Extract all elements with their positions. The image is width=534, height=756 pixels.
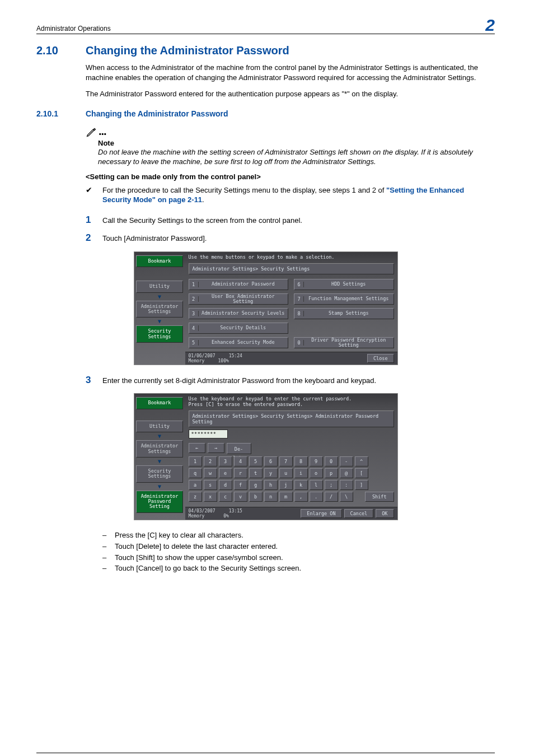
enlarge-button[interactable]: Enlarge ON bbox=[301, 509, 341, 518]
keyboard-key[interactable]: g bbox=[249, 480, 263, 490]
menu-item[interactable]: 3Administrator Security Levels bbox=[189, 308, 289, 319]
menu-item[interactable]: 8Stamp Settings bbox=[294, 308, 394, 319]
nav-arrow-icon: ▼ bbox=[158, 320, 161, 323]
dash-bullet: – bbox=[102, 542, 115, 552]
breadcrumb: Administrator Settings> Security Setting… bbox=[189, 410, 394, 427]
setting-heading: <Setting can be made only from the contr… bbox=[86, 172, 495, 181]
ok-button[interactable]: OK bbox=[376, 509, 394, 518]
note-dots-icon: ... bbox=[99, 125, 106, 138]
pen-icon bbox=[86, 127, 97, 138]
password-input[interactable]: ******** bbox=[189, 430, 228, 438]
nav-arrow-icon: ▼ bbox=[158, 460, 161, 463]
checkmark-icon: ✔ bbox=[86, 185, 102, 205]
keyboard-key[interactable]: 2 bbox=[204, 456, 217, 466]
admin-settings-tab[interactable]: Administrator Settings bbox=[136, 440, 183, 458]
keyboard-key[interactable]: 7 bbox=[279, 456, 293, 466]
keyboard-key[interactable]: [ bbox=[355, 468, 368, 478]
utility-tab[interactable]: Utility bbox=[136, 421, 183, 432]
keyboard-key[interactable]: p bbox=[325, 468, 338, 478]
status-time: 15:24 bbox=[229, 353, 242, 358]
breadcrumb: Administrator Settings> Security Setting… bbox=[189, 263, 394, 274]
keyboard-key[interactable]: x bbox=[204, 492, 217, 502]
keyboard-key[interactable]: ] bbox=[355, 480, 368, 490]
close-button[interactable]: Close bbox=[367, 354, 394, 363]
keyboard-key[interactable]: c bbox=[219, 492, 232, 502]
keyboard-key[interactable]: : bbox=[340, 480, 353, 490]
keyboard-key[interactable]: 4 bbox=[234, 456, 247, 466]
keyboard-key[interactable]: 8 bbox=[294, 456, 308, 466]
nav-arrow-icon: ▼ bbox=[158, 295, 161, 298]
keyboard-key[interactable]: . bbox=[310, 492, 323, 502]
keyboard-key[interactable]: l bbox=[310, 480, 323, 490]
menu-item[interactable]: 5Enhanced Security Mode bbox=[189, 337, 289, 348]
keyboard-key[interactable]: z bbox=[189, 492, 202, 502]
password-setting-tab[interactable]: Administrator Password Setting bbox=[136, 491, 183, 513]
menu-item[interactable]: 2User Box Administrator Setting bbox=[189, 293, 289, 305]
keyboard-key[interactable]: 6 bbox=[264, 456, 278, 466]
status-memory-label: Memory bbox=[189, 514, 205, 519]
screen-instruction: Use the keyboard or keypad to enter the … bbox=[185, 394, 397, 409]
keyboard-key[interactable]: y bbox=[264, 468, 278, 478]
keyboard-key[interactable]: / bbox=[325, 492, 338, 502]
cursor-left-button[interactable]: ← bbox=[189, 443, 205, 453]
delete-button[interactable]: De- lete bbox=[227, 443, 251, 454]
bookmark-tab[interactable]: Bookmark bbox=[136, 397, 183, 409]
utility-tab[interactable]: Utility bbox=[136, 281, 183, 292]
keyboard-key[interactable]: o bbox=[310, 468, 323, 478]
menu-item[interactable]: 7Function Management Settings bbox=[294, 293, 394, 305]
keyboard-key[interactable]: \ bbox=[340, 492, 353, 502]
step-number-3: 3 bbox=[86, 375, 102, 385]
keyboard-key[interactable]: , bbox=[294, 492, 308, 502]
keyboard-key[interactable]: n bbox=[264, 492, 278, 502]
bookmark-tab[interactable]: Bookmark bbox=[136, 255, 183, 267]
keyboard-key[interactable]: s bbox=[204, 480, 217, 490]
keyboard-key[interactable]: 1 bbox=[189, 456, 202, 466]
status-date: 01/06/2007 bbox=[189, 353, 216, 358]
screenshot-security-settings: Bookmark Utility ▼ Administrator Setting… bbox=[134, 251, 398, 365]
keyboard-key[interactable]: w bbox=[204, 468, 217, 478]
keyboard-key[interactable]: t bbox=[249, 468, 263, 478]
keyboard-key[interactable]: 5 bbox=[249, 456, 263, 466]
procedure-link-line: For the procedure to call the Security S… bbox=[102, 185, 495, 205]
status-memory-pct: 100% bbox=[218, 358, 229, 363]
menu-item[interactable]: 0Driver Password Encryption Setting bbox=[294, 337, 394, 348]
admin-settings-tab[interactable]: Administrator Settings bbox=[136, 301, 183, 318]
running-header: Administrator Operations bbox=[36, 25, 111, 34]
keyboard-key[interactable]: j bbox=[279, 480, 293, 490]
keyboard-key[interactable]: e bbox=[219, 468, 232, 478]
keyboard-key[interactable]: q bbox=[189, 468, 202, 478]
cancel-button[interactable]: Cancel bbox=[344, 509, 374, 518]
status-time: 13:15 bbox=[229, 508, 242, 514]
keyboard-key[interactable]: b bbox=[249, 492, 263, 502]
keyboard-key[interactable]: f bbox=[234, 480, 247, 490]
keyboard-key[interactable]: k bbox=[294, 480, 308, 490]
dash-item-1: Press the [C] key to clear all character… bbox=[115, 530, 243, 540]
keyboard-key[interactable]: a bbox=[189, 480, 202, 490]
menu-item[interactable]: 1Administrator Password bbox=[189, 279, 289, 290]
nav-arrow-icon: ▼ bbox=[158, 435, 161, 438]
dash-item-4: Touch [Cancel] to go back to the Securit… bbox=[115, 563, 301, 573]
keyboard-key[interactable]: m bbox=[279, 492, 293, 502]
menu-item[interactable]: 6HDD Settings bbox=[294, 279, 394, 290]
keyboard-key[interactable]: v bbox=[234, 492, 247, 502]
keyboard-key[interactable]: d bbox=[219, 480, 232, 490]
keyboard-key[interactable]: - bbox=[340, 456, 353, 466]
security-settings-tab[interactable]: Security Settings bbox=[136, 325, 183, 343]
keyboard-key[interactable]: 0 bbox=[325, 456, 338, 466]
keyboard-key[interactable]: ; bbox=[325, 480, 338, 490]
security-settings-tab[interactable]: Security Settings bbox=[136, 465, 183, 483]
keyboard-key[interactable]: h bbox=[264, 480, 278, 490]
subsection-number: 2.10.1 bbox=[36, 109, 86, 118]
dash-item-3: Touch [Shift] to show the upper case/sym… bbox=[115, 553, 283, 563]
keyboard-key[interactable]: u bbox=[279, 468, 293, 478]
cursor-right-button[interactable]: → bbox=[208, 443, 224, 453]
keyboard-key[interactable]: ^ bbox=[355, 456, 368, 466]
keyboard-key[interactable]: 9 bbox=[310, 456, 323, 466]
keyboard-key[interactable]: r bbox=[234, 468, 247, 478]
keyboard-key[interactable]: @ bbox=[340, 468, 353, 478]
keyboard-key[interactable]: 3 bbox=[219, 456, 232, 466]
keyboard-key[interactable]: i bbox=[294, 468, 308, 478]
chapter-number: 2 bbox=[485, 17, 495, 34]
shift-button[interactable]: Shift bbox=[365, 492, 394, 502]
menu-item[interactable]: 4Security Details bbox=[189, 323, 289, 334]
